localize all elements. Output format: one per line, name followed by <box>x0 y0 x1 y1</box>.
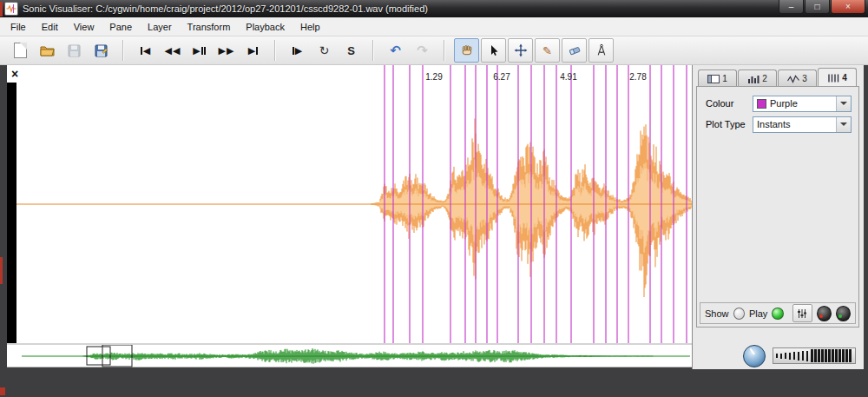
colour-combobox[interactable]: Purple <box>753 96 852 112</box>
tools-toolbar-group: ✎ <box>454 38 614 63</box>
ffwd-icon-2: ▶ <box>227 46 233 56</box>
save-as-floppy-icon <box>95 44 108 57</box>
toolbar-separator <box>122 40 124 61</box>
tab-number: 2 <box>762 74 767 83</box>
play-pause-button[interactable]: ▶ <box>187 38 212 63</box>
menu-view[interactable]: View <box>66 19 102 35</box>
eraser-icon <box>568 43 582 57</box>
waveform-canvas[interactable]: 1.296.274.912.78 <box>16 65 692 343</box>
rewind-button[interactable]: ◀◀ <box>160 38 185 63</box>
menu-layer[interactable]: Layer <box>140 19 180 35</box>
layer-tab-3[interactable]: 3 <box>778 69 817 87</box>
layer-properties-page: Colour Purple Plot Type Instants Show Pl… <box>696 86 859 328</box>
plot-type-property-row: Plot Type Instants <box>706 116 852 133</box>
menu-help[interactable]: Help <box>293 19 328 35</box>
rewind-icon-2: ◀ <box>173 46 180 56</box>
file-toolbar-group <box>8 38 114 63</box>
layer-gain-knob[interactable] <box>836 306 851 321</box>
pause-bar-icon <box>201 47 203 55</box>
playback-speed-knob[interactable] <box>743 345 766 367</box>
erase-tool-button[interactable] <box>562 38 587 63</box>
svg-text:4.91: 4.91 <box>560 72 577 82</box>
open-folder-icon <box>40 44 55 56</box>
rewind-to-start-button[interactable]: ◀ <box>133 38 158 63</box>
menu-transform[interactable]: Transform <box>180 19 239 35</box>
pane-close-button[interactable]: × <box>9 68 21 80</box>
colour-value: Purple <box>770 98 798 109</box>
transport-toolbar-group: ◀ ◀◀ ▶ ▶▶ ▶ <box>133 38 266 63</box>
screen-artifact-2 <box>0 257 3 284</box>
playback-gain-fader[interactable] <box>773 347 856 364</box>
maximize-button[interactable]: □ <box>805 0 830 14</box>
playback-parameters-button[interactable] <box>792 304 812 322</box>
fast-forward-button[interactable]: ▶▶ <box>214 38 239 63</box>
svg-text:6.27: 6.27 <box>493 72 510 82</box>
svg-text:1.29: 1.29 <box>425 72 443 82</box>
play-mode-toolbar-group: ▶ ↻ S <box>285 38 364 63</box>
show-label: Show <box>705 308 729 319</box>
tab-number: 3 <box>802 74 807 83</box>
loop-icon: ↻ <box>319 43 330 57</box>
move-cross-icon <box>514 43 528 57</box>
select-tool-button[interactable] <box>481 38 506 63</box>
screen-artifact-3 <box>0 387 5 395</box>
save-as-button[interactable] <box>89 38 114 63</box>
instants-layer-icon <box>827 74 839 83</box>
toolbar-separator-3 <box>372 40 374 61</box>
new-session-button[interactable] <box>8 38 33 63</box>
window-controls: – □ × <box>778 0 865 14</box>
redo-button[interactable]: ↷ <box>410 38 435 63</box>
colour-swatch <box>757 99 766 109</box>
chevron-down-icon <box>836 96 851 111</box>
window-title: Sonic Visualiser: C:/cygwin/home/craig/p… <box>23 3 428 14</box>
playback-io-row <box>693 343 864 369</box>
overview-canvas[interactable] <box>22 345 690 367</box>
bar-glyph <box>141 47 142 55</box>
toolbar-separator-4 <box>444 40 445 61</box>
layer-tab-2[interactable]: 2 <box>738 69 777 87</box>
pencil-icon: ✎ <box>542 44 552 57</box>
skip-start-icon: ◀ <box>143 46 150 56</box>
play-loop-button[interactable]: ↻ <box>312 38 337 63</box>
close-button[interactable]: × <box>831 0 865 14</box>
play-selection-button[interactable]: ▶ <box>285 38 310 63</box>
overview-strip[interactable] <box>7 345 692 367</box>
colour-property-row: Colour Purple <box>706 95 852 112</box>
play-label: Play <box>749 308 767 319</box>
undo-button[interactable]: ↶ <box>383 38 408 63</box>
plot-type-value: Instants <box>757 119 791 129</box>
layer-pan-knob[interactable] <box>817 306 832 321</box>
navigate-tool-button[interactable] <box>454 38 479 63</box>
layer-tab-1[interactable]: 1 <box>698 69 737 87</box>
menu-edit[interactable]: Edit <box>34 19 66 35</box>
open-button[interactable] <box>35 38 60 63</box>
plot-type-combobox[interactable]: Instants <box>753 116 852 133</box>
title-bar[interactable]: Sonic Visualiser: C:/cygwin/home/craig/p… <box>0 0 868 17</box>
menu-file[interactable]: File <box>3 19 34 35</box>
new-file-icon <box>14 43 27 58</box>
bar-glyph-3 <box>293 47 294 55</box>
layer-tabs: 1 2 3 4 <box>698 69 858 87</box>
play-led-toggle[interactable] <box>772 308 783 320</box>
fast-forward-to-end-button[interactable]: ▶ <box>240 38 266 63</box>
solo-icon: S <box>347 44 355 57</box>
minimize-button[interactable]: – <box>779 0 804 14</box>
solo-button[interactable]: S <box>339 38 364 63</box>
edit-tool-button[interactable] <box>508 38 533 63</box>
pause-bar-icon-2 <box>204 47 206 55</box>
waveform-layer-icon <box>787 75 799 83</box>
menu-bar: File Edit View Pane Layer Transform Play… <box>0 17 868 36</box>
menu-playback[interactable]: Playback <box>238 19 293 35</box>
edit-toolbar-group: ↶ ↷ <box>383 38 435 63</box>
layer-tab-4[interactable]: 4 <box>818 68 857 87</box>
plot-type-label: Plot Type <box>706 119 753 129</box>
toolbar-separator-2 <box>274 40 276 61</box>
menu-pane[interactable]: Pane <box>102 19 140 35</box>
save-button[interactable] <box>62 38 87 63</box>
show-toggle[interactable] <box>733 308 745 320</box>
tab-number: 1 <box>722 74 727 83</box>
measure-tool-button[interactable] <box>589 38 614 63</box>
waveform-pane[interactable]: 1.296.274.912.78 × <box>7 65 692 343</box>
redo-icon: ↷ <box>417 43 428 58</box>
draw-tool-button[interactable]: ✎ <box>535 38 560 63</box>
